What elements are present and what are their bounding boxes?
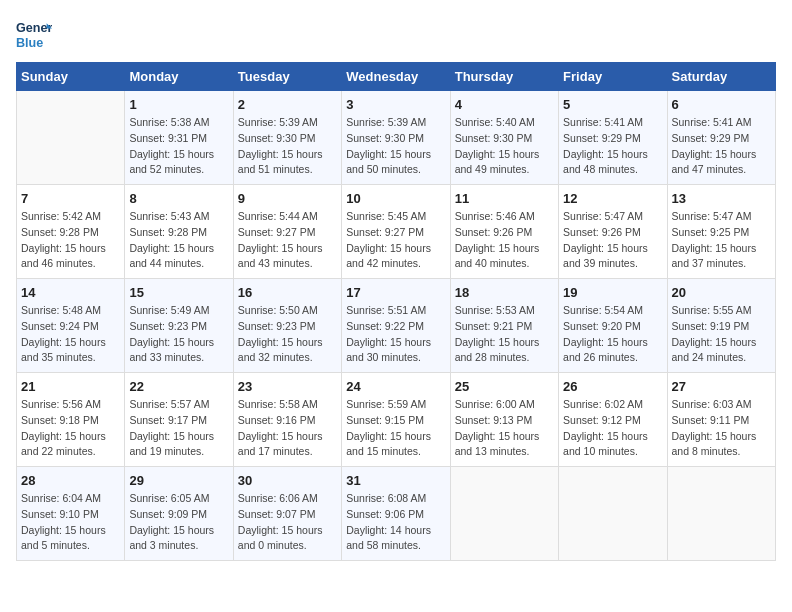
calendar-cell: 7Sunrise: 5:42 AM Sunset: 9:28 PM Daylig… <box>17 185 125 279</box>
calendar-cell: 4Sunrise: 5:40 AM Sunset: 9:30 PM Daylig… <box>450 91 558 185</box>
day-info: Sunrise: 6:06 AM Sunset: 9:07 PM Dayligh… <box>238 491 337 554</box>
day-info: Sunrise: 5:51 AM Sunset: 9:22 PM Dayligh… <box>346 303 445 366</box>
day-info: Sunrise: 5:46 AM Sunset: 9:26 PM Dayligh… <box>455 209 554 272</box>
day-number: 20 <box>672 285 771 300</box>
weekday-header-friday: Friday <box>559 63 667 91</box>
day-number: 3 <box>346 97 445 112</box>
day-number: 29 <box>129 473 228 488</box>
day-number: 7 <box>21 191 120 206</box>
day-number: 24 <box>346 379 445 394</box>
weekday-header-saturday: Saturday <box>667 63 775 91</box>
day-info: Sunrise: 5:39 AM Sunset: 9:30 PM Dayligh… <box>346 115 445 178</box>
day-info: Sunrise: 5:53 AM Sunset: 9:21 PM Dayligh… <box>455 303 554 366</box>
day-info: Sunrise: 5:39 AM Sunset: 9:30 PM Dayligh… <box>238 115 337 178</box>
day-info: Sunrise: 5:50 AM Sunset: 9:23 PM Dayligh… <box>238 303 337 366</box>
day-number: 26 <box>563 379 662 394</box>
day-info: Sunrise: 5:38 AM Sunset: 9:31 PM Dayligh… <box>129 115 228 178</box>
calendar-cell: 21Sunrise: 5:56 AM Sunset: 9:18 PM Dayli… <box>17 373 125 467</box>
weekday-header-row: SundayMondayTuesdayWednesdayThursdayFrid… <box>17 63 776 91</box>
day-number: 27 <box>672 379 771 394</box>
calendar-cell: 16Sunrise: 5:50 AM Sunset: 9:23 PM Dayli… <box>233 279 341 373</box>
calendar-cell: 18Sunrise: 5:53 AM Sunset: 9:21 PM Dayli… <box>450 279 558 373</box>
calendar-cell: 27Sunrise: 6:03 AM Sunset: 9:11 PM Dayli… <box>667 373 775 467</box>
day-number: 5 <box>563 97 662 112</box>
day-info: Sunrise: 5:47 AM Sunset: 9:25 PM Dayligh… <box>672 209 771 272</box>
calendar-cell: 22Sunrise: 5:57 AM Sunset: 9:17 PM Dayli… <box>125 373 233 467</box>
calendar-cell: 12Sunrise: 5:47 AM Sunset: 9:26 PM Dayli… <box>559 185 667 279</box>
day-info: Sunrise: 5:57 AM Sunset: 9:17 PM Dayligh… <box>129 397 228 460</box>
calendar-cell: 28Sunrise: 6:04 AM Sunset: 9:10 PM Dayli… <box>17 467 125 561</box>
day-info: Sunrise: 5:55 AM Sunset: 9:19 PM Dayligh… <box>672 303 771 366</box>
day-info: Sunrise: 5:56 AM Sunset: 9:18 PM Dayligh… <box>21 397 120 460</box>
day-info: Sunrise: 5:41 AM Sunset: 9:29 PM Dayligh… <box>563 115 662 178</box>
day-number: 4 <box>455 97 554 112</box>
calendar-cell: 11Sunrise: 5:46 AM Sunset: 9:26 PM Dayli… <box>450 185 558 279</box>
day-info: Sunrise: 5:45 AM Sunset: 9:27 PM Dayligh… <box>346 209 445 272</box>
day-info: Sunrise: 5:58 AM Sunset: 9:16 PM Dayligh… <box>238 397 337 460</box>
day-number: 15 <box>129 285 228 300</box>
day-number: 30 <box>238 473 337 488</box>
day-info: Sunrise: 5:44 AM Sunset: 9:27 PM Dayligh… <box>238 209 337 272</box>
day-number: 12 <box>563 191 662 206</box>
calendar-cell: 14Sunrise: 5:48 AM Sunset: 9:24 PM Dayli… <box>17 279 125 373</box>
calendar-cell: 3Sunrise: 5:39 AM Sunset: 9:30 PM Daylig… <box>342 91 450 185</box>
calendar-cell <box>667 467 775 561</box>
calendar-cell: 20Sunrise: 5:55 AM Sunset: 9:19 PM Dayli… <box>667 279 775 373</box>
day-number: 17 <box>346 285 445 300</box>
day-info: Sunrise: 5:41 AM Sunset: 9:29 PM Dayligh… <box>672 115 771 178</box>
day-number: 16 <box>238 285 337 300</box>
calendar-week-row: 28Sunrise: 6:04 AM Sunset: 9:10 PM Dayli… <box>17 467 776 561</box>
calendar-cell: 9Sunrise: 5:44 AM Sunset: 9:27 PM Daylig… <box>233 185 341 279</box>
day-number: 18 <box>455 285 554 300</box>
calendar-cell: 26Sunrise: 6:02 AM Sunset: 9:12 PM Dayli… <box>559 373 667 467</box>
logo-icon: General Blue <box>16 16 52 52</box>
day-number: 31 <box>346 473 445 488</box>
day-info: Sunrise: 5:48 AM Sunset: 9:24 PM Dayligh… <box>21 303 120 366</box>
day-number: 23 <box>238 379 337 394</box>
day-info: Sunrise: 5:59 AM Sunset: 9:15 PM Dayligh… <box>346 397 445 460</box>
calendar-week-row: 7Sunrise: 5:42 AM Sunset: 9:28 PM Daylig… <box>17 185 776 279</box>
day-number: 9 <box>238 191 337 206</box>
page-header: General Blue <box>16 16 776 52</box>
day-info: Sunrise: 6:05 AM Sunset: 9:09 PM Dayligh… <box>129 491 228 554</box>
calendar-cell: 15Sunrise: 5:49 AM Sunset: 9:23 PM Dayli… <box>125 279 233 373</box>
day-info: Sunrise: 5:47 AM Sunset: 9:26 PM Dayligh… <box>563 209 662 272</box>
calendar-cell: 5Sunrise: 5:41 AM Sunset: 9:29 PM Daylig… <box>559 91 667 185</box>
day-number: 13 <box>672 191 771 206</box>
day-number: 21 <box>21 379 120 394</box>
weekday-header-wednesday: Wednesday <box>342 63 450 91</box>
day-info: Sunrise: 6:08 AM Sunset: 9:06 PM Dayligh… <box>346 491 445 554</box>
calendar-week-row: 14Sunrise: 5:48 AM Sunset: 9:24 PM Dayli… <box>17 279 776 373</box>
day-info: Sunrise: 6:04 AM Sunset: 9:10 PM Dayligh… <box>21 491 120 554</box>
calendar-cell: 10Sunrise: 5:45 AM Sunset: 9:27 PM Dayli… <box>342 185 450 279</box>
weekday-header-thursday: Thursday <box>450 63 558 91</box>
day-info: Sunrise: 5:42 AM Sunset: 9:28 PM Dayligh… <box>21 209 120 272</box>
weekday-header-monday: Monday <box>125 63 233 91</box>
calendar-cell: 6Sunrise: 5:41 AM Sunset: 9:29 PM Daylig… <box>667 91 775 185</box>
day-number: 14 <box>21 285 120 300</box>
calendar-body: 1Sunrise: 5:38 AM Sunset: 9:31 PM Daylig… <box>17 91 776 561</box>
calendar-week-row: 21Sunrise: 5:56 AM Sunset: 9:18 PM Dayli… <box>17 373 776 467</box>
calendar-cell: 2Sunrise: 5:39 AM Sunset: 9:30 PM Daylig… <box>233 91 341 185</box>
calendar-cell: 31Sunrise: 6:08 AM Sunset: 9:06 PM Dayli… <box>342 467 450 561</box>
day-number: 1 <box>129 97 228 112</box>
day-info: Sunrise: 5:54 AM Sunset: 9:20 PM Dayligh… <box>563 303 662 366</box>
svg-text:Blue: Blue <box>16 36 43 50</box>
weekday-header-tuesday: Tuesday <box>233 63 341 91</box>
day-number: 22 <box>129 379 228 394</box>
calendar-cell: 25Sunrise: 6:00 AM Sunset: 9:13 PM Dayli… <box>450 373 558 467</box>
day-number: 19 <box>563 285 662 300</box>
calendar-cell: 29Sunrise: 6:05 AM Sunset: 9:09 PM Dayli… <box>125 467 233 561</box>
day-number: 28 <box>21 473 120 488</box>
calendar-cell: 19Sunrise: 5:54 AM Sunset: 9:20 PM Dayli… <box>559 279 667 373</box>
weekday-header-sunday: Sunday <box>17 63 125 91</box>
day-info: Sunrise: 5:49 AM Sunset: 9:23 PM Dayligh… <box>129 303 228 366</box>
calendar-cell <box>450 467 558 561</box>
calendar-cell: 8Sunrise: 5:43 AM Sunset: 9:28 PM Daylig… <box>125 185 233 279</box>
calendar-cell: 24Sunrise: 5:59 AM Sunset: 9:15 PM Dayli… <box>342 373 450 467</box>
day-info: Sunrise: 6:03 AM Sunset: 9:11 PM Dayligh… <box>672 397 771 460</box>
day-info: Sunrise: 6:02 AM Sunset: 9:12 PM Dayligh… <box>563 397 662 460</box>
calendar-header: SundayMondayTuesdayWednesdayThursdayFrid… <box>17 63 776 91</box>
day-number: 11 <box>455 191 554 206</box>
day-info: Sunrise: 5:40 AM Sunset: 9:30 PM Dayligh… <box>455 115 554 178</box>
